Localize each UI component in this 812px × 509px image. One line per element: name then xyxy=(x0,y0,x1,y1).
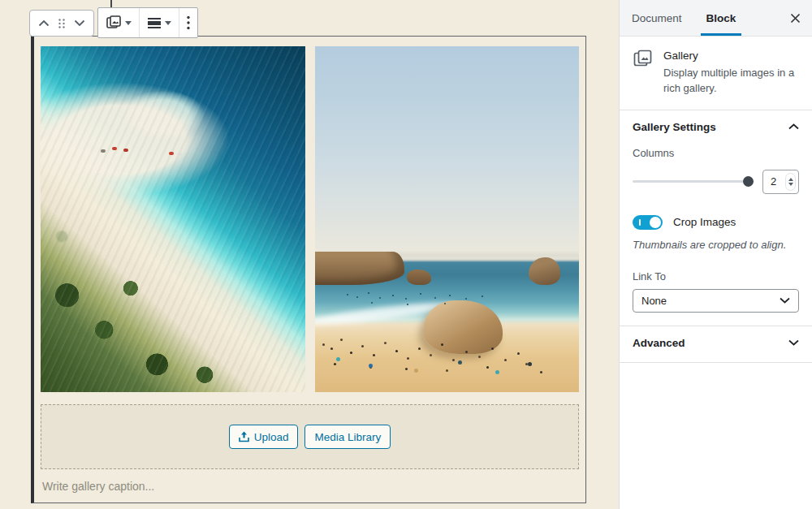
gallery-block-icon xyxy=(106,15,122,31)
toggle-knob xyxy=(650,217,661,228)
link-to-value: None xyxy=(641,295,667,307)
number-stepper[interactable] xyxy=(785,173,796,191)
umbrella-dots xyxy=(336,357,340,361)
media-library-button[interactable]: Media Library xyxy=(304,425,391,449)
chevron-down-icon xyxy=(780,297,790,304)
cliff-left xyxy=(315,252,405,284)
gallery-block-icon xyxy=(633,49,653,97)
crop-help-text: Thumbnails are cropped to align. xyxy=(633,239,799,251)
block-card-description: Display multiple images in a rich galler… xyxy=(663,66,799,97)
panel-title: Gallery Settings xyxy=(633,121,716,133)
chevron-down-icon xyxy=(125,21,132,25)
gallery-upload-area: Upload Media Library xyxy=(41,404,579,469)
block-card: Gallery Display multiple images in a ric… xyxy=(620,37,812,110)
link-to-select[interactable]: None xyxy=(633,289,799,313)
columns-slider-handle[interactable] xyxy=(743,176,754,187)
more-options-button[interactable] xyxy=(179,8,197,37)
panel-title: Advanced xyxy=(633,337,685,349)
rock-right xyxy=(529,257,560,285)
upload-button-label: Upload xyxy=(254,431,289,443)
beachgoers-dots xyxy=(322,343,325,346)
chevron-down-icon xyxy=(165,21,171,25)
gallery-caption-input[interactable]: Write gallery caption... xyxy=(42,480,154,493)
gallery-settings-panel-header[interactable]: Gallery Settings xyxy=(633,121,799,133)
close-icon xyxy=(790,13,801,24)
gallery-settings-panel: Gallery Settings Columns Crop Images xyxy=(620,110,812,326)
gallery-block[interactable]: Upload Media Library Write gallery capti… xyxy=(31,36,586,503)
block-insertion-indicator xyxy=(110,0,112,7)
rock-foreground xyxy=(423,300,503,354)
chevron-up-icon xyxy=(788,123,799,130)
aerial-boats-detail xyxy=(112,147,117,150)
advanced-panel: Advanced xyxy=(620,326,812,363)
chevron-down-icon xyxy=(788,339,799,346)
swimmers-dots xyxy=(347,294,348,295)
move-up-button[interactable] xyxy=(38,19,50,27)
close-sidebar-button[interactable] xyxy=(778,0,812,36)
tab-block[interactable]: Block xyxy=(694,0,749,36)
columns-slider[interactable] xyxy=(633,180,754,183)
block-switcher-button[interactable] xyxy=(98,8,140,37)
crop-images-toggle[interactable] xyxy=(633,215,663,230)
gallery-grid xyxy=(41,46,579,392)
block-mover-toolbar xyxy=(29,10,94,37)
rock-middle xyxy=(407,270,430,285)
upload-button[interactable]: Upload xyxy=(229,425,299,449)
move-down-button[interactable] xyxy=(74,19,85,27)
columns-label: Columns xyxy=(633,147,799,159)
tab-document[interactable]: Document xyxy=(620,0,694,36)
editor-canvas: Upload Media Library Write gallery capti… xyxy=(0,0,619,509)
align-center-icon xyxy=(147,16,162,29)
gallery-image-1[interactable] xyxy=(41,46,305,392)
ellipsis-icon xyxy=(187,15,190,30)
advanced-panel-header[interactable]: Advanced xyxy=(633,337,799,349)
stepper-down-icon[interactable] xyxy=(788,183,793,186)
stepper-up-icon[interactable] xyxy=(788,178,793,181)
sidebar-header: Document Block xyxy=(620,0,812,37)
block-toolbar xyxy=(97,7,198,38)
upload-icon xyxy=(239,431,249,442)
settings-sidebar: Document Block Gallery Display multiple … xyxy=(619,0,812,509)
media-library-label: Media Library xyxy=(314,431,381,443)
alignment-button[interactable] xyxy=(140,8,179,37)
block-card-title: Gallery xyxy=(663,50,799,62)
link-to-label: Link To xyxy=(633,270,799,283)
gallery-image-2[interactable] xyxy=(315,46,580,392)
crop-images-label: Crop Images xyxy=(673,216,736,228)
drag-handle-icon[interactable] xyxy=(58,18,66,29)
